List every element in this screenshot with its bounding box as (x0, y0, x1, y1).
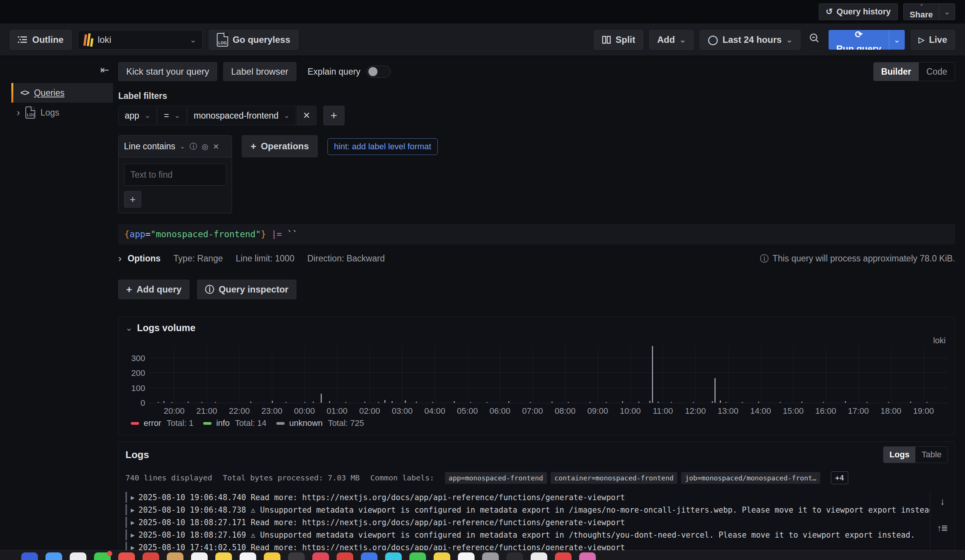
dock-app-icon[interactable] (118, 552, 135, 560)
query-history-button[interactable]: ↺ Query history (819, 3, 898, 20)
dock-app-icon[interactable] (94, 552, 111, 560)
kick-start-query-button[interactable]: Kick start your query (118, 62, 217, 81)
explain-query-toggle[interactable] (366, 65, 391, 78)
dock-app-icon[interactable] (215, 552, 232, 560)
dock-app-icon[interactable] (531, 552, 547, 560)
content-outline-sidebar: ⇤ <> Queries › Logs (11, 62, 113, 560)
more-labels-button[interactable]: +4 (831, 471, 848, 484)
time-range-picker[interactable]: ◯︎ Last 24 hours ⌄ (700, 30, 800, 50)
collapse-sidebar-icon[interactable]: ⇤ (100, 64, 109, 76)
filter-key-select[interactable]: app ⌄ (118, 106, 157, 126)
share-button[interactable]: Share (904, 4, 939, 20)
chart-legend: errorTotal: 1infoTotal: 14unknownTotal: … (126, 416, 948, 431)
toggle-table[interactable]: Table (915, 447, 947, 463)
dock-app-icon[interactable] (240, 552, 256, 560)
dock-app-icon[interactable] (337, 552, 353, 560)
remove-filter-button[interactable]: ✕ (297, 106, 316, 126)
query-inspector-button[interactable]: ⓘ Query inspector (197, 280, 296, 299)
mode-builder[interactable]: Builder (873, 62, 919, 81)
expand-log-icon[interactable]: ▶︎ (131, 531, 134, 539)
dock-app-icon[interactable] (385, 552, 402, 560)
filter-value-select[interactable]: monospaced-frontend ⌄ (187, 106, 296, 126)
dock-app-icon[interactable] (312, 552, 329, 560)
add-query-button[interactable]: + Add query (118, 280, 190, 299)
lines-displayed: 740 lines displayed (126, 473, 212, 482)
datasource-picker[interactable]: loki ⌄ (78, 30, 203, 50)
query-options-row: › Options Type: Range Line limit: 1000 D… (118, 253, 955, 264)
scroll-to-bottom-icon[interactable]: ↓ (940, 496, 945, 507)
legend-item-error[interactable]: errorTotal: 1 (131, 418, 193, 428)
dock-app-icon[interactable] (555, 552, 572, 560)
dock-app-icon[interactable] (506, 552, 523, 560)
go-queryless-button[interactable]: Go queryless (209, 30, 298, 50)
outline-button[interactable]: Outline (10, 30, 72, 50)
add-operation-param-button[interactable]: + (124, 191, 141, 207)
run-query-button[interactable]: ⟳ Run query (829, 30, 889, 50)
dock-app-icon[interactable] (21, 552, 38, 560)
dock-app-icon[interactable] (482, 552, 499, 560)
run-query-dropdown-caret[interactable]: ⌄ (889, 30, 905, 50)
outline-icon (18, 36, 28, 44)
macos-dock[interactable] (0, 550, 965, 560)
zoom-out-icon[interactable] (806, 33, 823, 47)
label-filters-title: Label filters (118, 91, 955, 101)
chevron-down-icon[interactable]: ⌄ (180, 143, 185, 150)
volume-bar (910, 402, 911, 403)
log-line[interactable]: ▶︎2025-08-10 18:08:27.169 ⚠ Unsupported … (126, 529, 930, 541)
log-line[interactable]: ▶︎2025-08-10 19:06:48.738 ⚠ Unsupported … (126, 504, 930, 516)
legend-item-unknown[interactable]: unknownTotal: 725 (276, 418, 364, 428)
x-tick-label: 13:00 (718, 406, 738, 416)
sidebar-item-queries[interactable]: <> Queries (11, 83, 113, 103)
plus-icon: + (250, 140, 256, 152)
label-browser-button[interactable]: Label browser (223, 62, 296, 81)
collapse-section-icon[interactable]: ⌄ (126, 323, 132, 333)
add-filter-button[interactable]: + (323, 106, 345, 126)
legend-item-info[interactable]: infoTotal: 14 (203, 418, 267, 428)
volume-bar (638, 402, 640, 403)
log-line[interactable]: ▶︎2025-08-10 19:06:48.740 Read more: htt… (126, 491, 930, 504)
volume-bar (725, 402, 726, 403)
dock-app-icon[interactable] (458, 552, 474, 560)
x-tick-label: 10:00 (620, 406, 641, 416)
dock-app-icon[interactable] (288, 552, 305, 560)
volume-bar (693, 402, 694, 403)
share-dropdown-caret[interactable]: ⌄ (939, 4, 955, 20)
chevron-right-icon[interactable]: › (118, 253, 122, 264)
live-button[interactable]: ▷ Live (911, 30, 955, 50)
expand-log-icon[interactable]: ▶︎ (131, 506, 134, 514)
expand-log-icon[interactable]: ▶︎ (131, 494, 134, 501)
sort-order-icon[interactable]: ↑≣ (937, 523, 947, 533)
visibility-eye-icon[interactable]: ◎ (202, 142, 208, 151)
log-line[interactable]: ▶︎2025-08-10 18:08:27.171 Read more: htt… (126, 516, 930, 529)
notification-badge (107, 551, 112, 556)
chart-plot-area[interactable] (150, 346, 948, 403)
operation-name[interactable]: Line contains (124, 141, 175, 152)
toggle-logs[interactable]: Logs (883, 447, 916, 463)
filter-op-select[interactable]: = ⌄ (157, 106, 186, 126)
info-icon[interactable]: ⓘ (190, 141, 197, 152)
hint-add-label-level-format[interactable]: hint: add label level format (327, 138, 438, 155)
dock-app-icon[interactable] (142, 552, 159, 560)
dock-app-icon[interactable] (433, 552, 450, 560)
dock-app-icon[interactable] (70, 552, 87, 560)
expand-log-icon[interactable]: ▶︎ (131, 519, 134, 526)
play-icon: ▷ (919, 36, 924, 44)
mode-code[interactable]: Code (919, 62, 955, 81)
dock-app-icon[interactable] (191, 552, 208, 560)
text-to-find-input[interactable] (124, 164, 226, 186)
x-tick-label: 19:00 (913, 406, 934, 416)
dock-app-icon[interactable] (46, 552, 62, 560)
dock-app-icon[interactable] (264, 552, 280, 560)
chevron-down-icon: ⌄ (680, 35, 686, 44)
options-label[interactable]: Options (128, 253, 161, 264)
add-button[interactable]: Add ⌄ (649, 30, 693, 50)
dock-app-icon[interactable] (409, 552, 426, 560)
log-level-bar (126, 529, 127, 540)
dock-app-icon[interactable] (167, 552, 183, 560)
split-button[interactable]: Split (594, 30, 643, 50)
remove-operation-icon[interactable]: ✕ (213, 142, 219, 151)
sidebar-item-logs[interactable]: › Logs (11, 103, 113, 122)
dock-app-icon[interactable] (579, 552, 596, 560)
operations-button[interactable]: + Operations (242, 135, 317, 157)
dock-app-icon[interactable] (361, 552, 378, 560)
